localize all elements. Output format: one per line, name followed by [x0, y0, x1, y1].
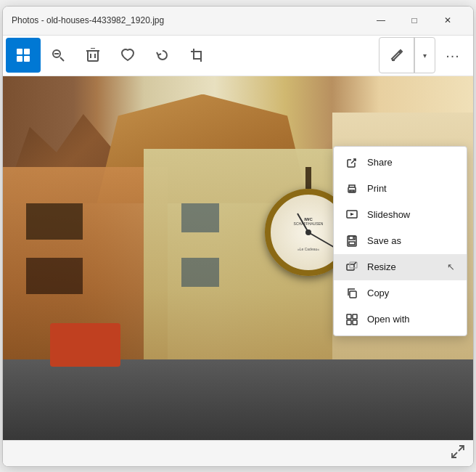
photo-sign: [50, 323, 120, 367]
rotate-button[interactable]: [145, 38, 180, 73]
clock-brand: IWCSCHAFFHAUSEN: [294, 217, 324, 226]
photo-content: IWCSCHAFFHAUSEN »Le Cadeau«: [3, 76, 473, 440]
menu-open-with-label: Open with: [367, 314, 410, 325]
save-as-icon: [345, 235, 358, 248]
svg-rect-29: [353, 320, 357, 325]
menu-share-label: Share: [367, 157, 393, 168]
svg-rect-25: [350, 291, 356, 298]
menu-resize-label: Resize: [367, 261, 396, 272]
title-bar: Photos - old-houses-4433982_1920.jpg — □…: [3, 7, 473, 36]
window-controls: — □ ✕: [364, 9, 464, 32]
close-button[interactable]: ✕: [431, 9, 464, 32]
favorite-button[interactable]: [110, 38, 145, 73]
menu-item-share[interactable]: Share: [334, 150, 467, 176]
home-button[interactable]: [6, 38, 41, 73]
svg-rect-23: [347, 264, 354, 270]
menu-copy-label: Copy: [367, 288, 389, 298]
svg-rect-21: [349, 242, 355, 245]
more-options-button[interactable]: ···: [435, 38, 470, 73]
svg-rect-3: [24, 56, 30, 62]
svg-rect-26: [347, 314, 351, 319]
menu-item-slideshow[interactable]: Slideshow: [334, 202, 467, 228]
minimize-button[interactable]: —: [364, 9, 398, 32]
edit-group: ▾: [379, 37, 435, 73]
menu-item-copy[interactable]: Copy: [334, 280, 467, 306]
svg-rect-1: [24, 49, 30, 54]
svg-rect-20: [349, 236, 355, 240]
menu-item-resize[interactable]: Resize ↖: [334, 254, 467, 280]
cursor-near-resize: ↖: [447, 261, 455, 272]
slideshow-icon: [345, 208, 358, 221]
svg-line-5: [60, 57, 64, 61]
svg-rect-28: [347, 320, 351, 325]
svg-line-31: [452, 452, 457, 457]
zoom-button[interactable]: [41, 38, 75, 73]
edit-button[interactable]: [379, 38, 414, 73]
clock-bracket: [305, 167, 311, 189]
menu-save-as-label: Save as: [367, 235, 401, 246]
copy-icon: [345, 287, 358, 300]
menu-item-print[interactable]: Print: [334, 176, 467, 202]
photo-window-1: [26, 203, 83, 240]
open-with-icon: [345, 313, 358, 326]
print-icon: [345, 182, 358, 195]
window-title: Photos - old-houses-4433982_1920.jpg: [12, 15, 364, 25]
photo-street: [3, 359, 473, 439]
share-icon: [345, 156, 358, 169]
menu-slideshow-label: Slideshow: [367, 209, 410, 220]
maximize-button[interactable]: □: [398, 9, 431, 32]
resize-icon: [345, 261, 358, 274]
clock-text: »Le Cadeau«: [298, 247, 319, 251]
photo-window-3: [181, 203, 219, 232]
menu-item-open-with[interactable]: Open with: [334, 306, 467, 333]
photo-window-4: [181, 258, 219, 287]
app-window: Photos - old-houses-4433982_1920.jpg — □…: [2, 6, 474, 467]
edit-dropdown-button[interactable]: ▾: [414, 38, 435, 73]
menu-print-label: Print: [367, 183, 387, 194]
photo-window-2: [26, 258, 83, 294]
svg-rect-16: [350, 190, 354, 192]
svg-line-30: [459, 446, 464, 451]
context-menu: Share Print: [333, 146, 467, 336]
bottom-bar: [3, 440, 473, 466]
clock-minute-hand: [308, 232, 335, 248]
svg-marker-18: [350, 213, 354, 216]
svg-rect-12: [194, 52, 201, 59]
svg-rect-2: [17, 56, 22, 62]
toolbar: ▾ ···: [3, 36, 473, 76]
crop-button[interactable]: [180, 38, 215, 73]
delete-button[interactable]: [75, 38, 110, 73]
svg-rect-0: [17, 49, 22, 54]
svg-rect-27: [353, 314, 357, 319]
svg-rect-7: [88, 51, 98, 61]
menu-item-save-as[interactable]: Save as: [334, 228, 467, 254]
expand-button[interactable]: [451, 445, 464, 461]
